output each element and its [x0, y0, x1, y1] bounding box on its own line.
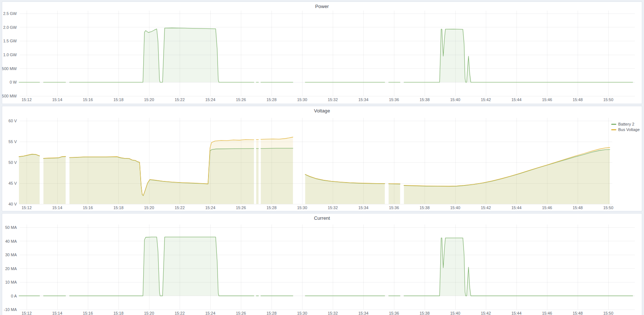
x-tick-label: 15:40	[450, 205, 460, 210]
x-tick-label: 15:38	[419, 311, 430, 315]
bus-voltage-fill	[261, 137, 293, 204]
power-line	[70, 28, 254, 82]
legend-label-battery-2: Battery 2	[618, 122, 634, 127]
x-tick-label: 15:32	[328, 97, 338, 102]
x-tick-label: 15:28	[266, 311, 277, 315]
x-tick-label: 15:48	[573, 97, 583, 102]
series-lines	[19, 237, 633, 296]
bus-voltage-fill	[19, 154, 40, 204]
x-tick-label: 15:42	[481, 97, 491, 102]
power-chart[interactable]: 2.5 GW2.0 GW1.5 GW1.0 GW500 MW0 W-500 MW…	[2, 11, 640, 104]
x-tick-label: 15:42	[481, 311, 491, 315]
x-tick-label: 15:18	[113, 311, 124, 315]
x-tick-label: 15:12	[22, 205, 32, 210]
y-tick-label: 0 W	[9, 80, 17, 84]
axis-labels: 2.5 GW2.0 GW1.5 GW1.0 GW500 MW0 W-500 MW…	[2, 11, 613, 102]
y-tick-label: 1.0 GW	[3, 53, 17, 57]
x-tick-label: 15:30	[297, 205, 307, 210]
power-panel: Power 2.5 GW2.0 GW1.5 GW1.0 GW500 MW0 W-…	[2, 1, 642, 104]
current-fill	[70, 237, 254, 296]
y-tick-label: 40 MA	[5, 239, 17, 243]
series-fills	[19, 137, 610, 204]
x-tick-label: 15:14	[52, 205, 62, 210]
x-tick-label: 15:48	[573, 311, 583, 315]
x-tick-label: 15:38	[419, 205, 430, 210]
dashboard: Power 2.5 GW2.0 GW1.5 GW1.0 GW500 MW0 W-…	[0, 0, 644, 315]
axis-labels: 50 MA40 MA30 MA20 MA10 MA0 A-10 MA15:121…	[4, 225, 613, 315]
y-tick-label: -500 MW	[2, 94, 17, 98]
battery-2-line	[261, 148, 293, 149]
y-tick-label: 10 MA	[5, 280, 17, 284]
x-tick-label: 15:16	[83, 311, 93, 315]
x-tick-label: 15:34	[358, 311, 368, 315]
x-tick-label: 15:14	[52, 311, 62, 315]
bus-voltage-fill	[389, 184, 400, 204]
x-tick-label: 15:26	[236, 97, 246, 102]
y-tick-label: 0 A	[11, 294, 17, 298]
y-tick-label: 40 V	[8, 202, 17, 206]
bus-voltage-fill	[256, 139, 258, 204]
voltage-panel-title[interactable]: Voltage	[2, 106, 642, 115]
current-line	[404, 238, 633, 296]
power-fill	[404, 29, 633, 82]
power-panel-title[interactable]: Power	[2, 2, 642, 11]
x-tick-label: 15:34	[358, 205, 368, 210]
gridlines	[20, 224, 635, 310]
y-tick-label: 30 MA	[5, 253, 17, 257]
x-tick-label: 15:30	[297, 311, 307, 315]
y-tick-label: 1.5 GW	[3, 39, 17, 43]
x-tick-label: 15:36	[389, 205, 399, 210]
series-lines	[19, 28, 633, 82]
x-tick-label: 15:12	[22, 97, 32, 102]
x-tick-label: 15:16	[83, 205, 93, 210]
voltage-legend: Battery 2 Bus Voltage	[611, 122, 640, 132]
y-tick-label: 55 V	[8, 139, 17, 144]
y-tick-label: 45 V	[8, 181, 17, 185]
legend-item-bus-voltage[interactable]: Bus Voltage	[611, 127, 640, 132]
power-line	[404, 29, 633, 82]
power-fill	[70, 28, 254, 82]
bus-voltage-line	[389, 184, 400, 184]
x-tick-label: 15:46	[542, 97, 552, 102]
current-panel: Current 50 MA40 MA30 MA20 MA10 MA0 A-10 …	[2, 213, 642, 315]
current-panel-title[interactable]: Current	[2, 214, 642, 222]
voltage-chart[interactable]: 60 V55 V50 V45 V40 V15:1215:1415:1615:18…	[2, 115, 640, 211]
voltage-panel: Voltage 60 V55 V50 V45 V40 V15:1215:1415…	[2, 106, 642, 211]
x-tick-label: 15:28	[266, 97, 277, 102]
y-tick-label: 20 MA	[5, 266, 17, 271]
x-tick-label: 15:18	[113, 97, 124, 102]
x-tick-label: 15:24	[205, 311, 215, 315]
y-tick-label: 50 V	[8, 160, 17, 165]
legend-item-battery-2[interactable]: Battery 2	[611, 122, 640, 127]
y-tick-label: 60 V	[8, 119, 17, 123]
x-tick-label: 15:16	[83, 97, 93, 102]
bus-voltage-fill	[70, 139, 254, 204]
legend-label-bus-voltage: Bus Voltage	[618, 127, 640, 132]
y-tick-label: 2.5 GW	[3, 11, 17, 16]
x-tick-label: 15:50	[603, 97, 613, 102]
x-tick-label: 15:40	[450, 311, 460, 315]
y-tick-label: -10 MA	[4, 307, 17, 312]
x-tick-label: 15:44	[511, 311, 522, 315]
current-line	[70, 237, 254, 296]
x-tick-label: 15:46	[542, 311, 552, 315]
x-tick-label: 15:50	[603, 205, 613, 210]
current-chart-area: 50 MA40 MA30 MA20 MA10 MA0 A-10 MA15:121…	[2, 222, 642, 315]
x-tick-label: 15:40	[450, 97, 460, 102]
x-tick-label: 15:32	[328, 205, 338, 210]
x-tick-label: 15:30	[297, 97, 307, 102]
x-tick-label: 15:24	[205, 97, 215, 102]
x-tick-label: 15:26	[236, 311, 246, 315]
current-fill	[404, 238, 633, 296]
gridlines	[20, 11, 635, 96]
x-tick-label: 15:50	[603, 311, 613, 315]
series-fills	[19, 237, 633, 296]
x-tick-label: 15:32	[328, 311, 338, 315]
y-tick-label: 500 MW	[2, 66, 17, 71]
x-tick-label: 15:22	[175, 311, 185, 315]
current-chart[interactable]: 50 MA40 MA30 MA20 MA10 MA0 A-10 MA15:121…	[2, 222, 640, 315]
x-tick-label: 15:36	[389, 97, 399, 102]
bus-voltage-fill	[43, 157, 66, 204]
x-tick-label: 15:48	[573, 205, 583, 210]
x-tick-label: 15:14	[52, 97, 62, 102]
